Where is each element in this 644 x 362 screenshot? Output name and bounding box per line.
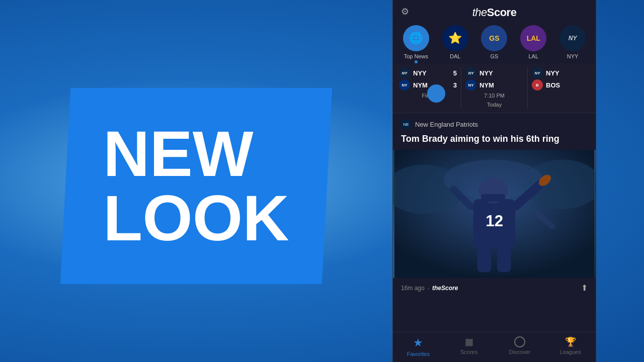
blue-dot-overlay <box>427 84 445 103</box>
nyy-label: NYY <box>567 53 579 59</box>
nyy-icon: NY <box>559 25 586 51</box>
score-time: 7:10 PM <box>465 92 523 100</box>
top-news-icon: 🌐 <box>403 25 429 51</box>
score-team2-name-3: BOS <box>546 81 590 89</box>
score-team1-name-2: NYY <box>479 69 523 77</box>
score-team1-name: NYY <box>413 69 450 77</box>
team-item-gs[interactable]: GS GS <box>475 23 514 61</box>
scores-icon: ▦ <box>465 336 473 347</box>
score-team2-score: 3 <box>453 81 457 89</box>
app-title: theScore <box>472 6 517 19</box>
selected-indicator <box>415 60 418 63</box>
nym-logo-2: NY <box>465 79 476 90</box>
team-item-lal[interactable]: LAL LAL <box>514 23 552 61</box>
lal-icon: LAL <box>520 25 546 51</box>
dal-label: DAL <box>450 53 460 59</box>
settings-icon[interactable]: ⚙ <box>401 6 409 17</box>
dal-icon: ⭐ <box>442 25 468 51</box>
discover-icon <box>514 336 525 347</box>
score-divider-2 <box>527 67 528 109</box>
nav-item-leagues[interactable]: 🏆 Leagues <box>545 336 596 357</box>
svg-rect-11 <box>497 248 511 273</box>
patriots-logo: NE <box>401 119 411 129</box>
news-footer: 16m ago · theScore ⬆ <box>393 278 596 298</box>
score-card-3[interactable]: NY NYY B BOS <box>532 67 590 109</box>
app-header: ⚙ theScore <box>393 0 596 19</box>
favorites-label: Favorites <box>407 351 430 357</box>
bottom-nav: ★ Favorites ▦ Scores Discover 🏆 Leagues <box>393 332 596 362</box>
score-row-team2-2: NY NYM <box>465 79 523 90</box>
bos-logo: B <box>532 79 543 90</box>
news-dot: · <box>428 285 429 292</box>
svg-text:12: 12 <box>486 212 503 230</box>
news-team-name: New England Patriots <box>415 121 478 128</box>
score-row-team2-3: B BOS <box>532 79 590 90</box>
scores-section: NY NYY 5 NY NYM 3 Final NY NYY NY NYM 7:… <box>393 63 596 113</box>
top-news-label: Top News <box>404 53 428 59</box>
scores-label: Scores <box>460 349 477 355</box>
score-day: Today <box>465 101 523 109</box>
team-item-nyy[interactable]: NY NYY <box>553 23 592 61</box>
score-card-1[interactable]: NY NYY 5 NY NYM 3 Final <box>399 67 457 109</box>
nav-item-discover[interactable]: Discover <box>495 336 545 357</box>
news-team-label: NE New England Patriots <box>393 113 596 133</box>
gs-icon: GS <box>481 25 507 51</box>
score-row-team1: NY NYY 5 <box>399 67 457 78</box>
score-row-team1-3: NY NYY <box>532 67 590 78</box>
new-look-panel: NEW LOOK <box>60 88 332 284</box>
discover-label: Discover <box>509 349 530 355</box>
gs-label: GS <box>491 53 499 59</box>
score-team1-name-3: NYY <box>546 69 590 77</box>
lal-label: LAL <box>529 53 539 59</box>
svg-rect-7 <box>481 195 505 202</box>
team-item-dal[interactable]: ⭐ DAL <box>436 23 474 61</box>
score-divider-1 <box>461 67 461 109</box>
score-team1-score: 5 <box>453 69 457 77</box>
nym-logo-1: NY <box>399 79 410 90</box>
nyy-logo-1: NY <box>399 67 410 78</box>
share-icon[interactable]: ⬆ <box>581 283 588 293</box>
nav-item-favorites[interactable]: ★ Favorites <box>393 336 444 357</box>
news-meta: 16m ago · theScore <box>401 285 458 292</box>
brady-illustration: 12 <box>393 150 596 278</box>
svg-rect-10 <box>477 248 491 273</box>
favorites-icon: ★ <box>413 336 423 349</box>
score-row-team1-2: NY NYY <box>465 67 523 78</box>
leagues-label: Leagues <box>560 349 581 355</box>
news-section: NE New England Patriots Tom Brady aiming… <box>393 113 596 332</box>
phone-container: ⚙ theScore 🌐 Top News ⭐ DAL GS GS LAL LA… <box>392 0 596 362</box>
team-item-top-news[interactable]: 🌐 Top News <box>397 23 435 61</box>
news-image: 12 <box>393 150 596 278</box>
teams-row: 🌐 Top News ⭐ DAL GS GS LAL LAL NY NYY <box>393 19 596 63</box>
news-headline: Tom Brady aiming to win his 6th ring <box>393 133 596 150</box>
leagues-icon: 🏆 <box>565 336 576 347</box>
score-team2-name-2: NYM <box>479 81 523 89</box>
news-source: theScore <box>432 285 458 292</box>
news-time: 16m ago <box>401 285 425 292</box>
nyy-logo-2: NY <box>465 67 476 78</box>
nyy-logo-3: NY <box>532 67 543 78</box>
nav-item-scores[interactable]: ▦ Scores <box>444 336 495 357</box>
new-look-text: NEW LOOK <box>103 122 289 250</box>
score-card-2[interactable]: NY NYY NY NYM 7:10 PM Today <box>465 67 523 109</box>
